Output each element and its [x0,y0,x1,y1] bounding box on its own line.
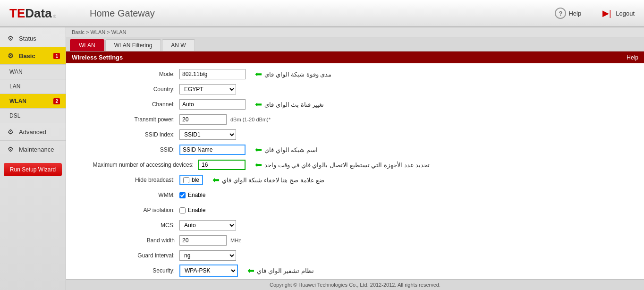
ssid-index-row: SSID index: SSID1 [76,128,635,141]
security-annotation: نظام تشفير الواي فاي [257,267,314,274]
mcs-label: MCS: [76,222,179,229]
help-button[interactable]: ? Help [555,8,581,19]
country-row: Country: EGYPT [76,83,635,95]
sidebar-label-basic: Basic [19,52,35,60]
channel-row: Channel: ⬅ تغيير قناة بث الواي فاي [76,98,635,111]
sidebar-item-dsl[interactable]: DSL [0,109,66,123]
wmm-value: Enable [188,192,205,198]
security-select[interactable]: WPA-PSK WPA2-PSK None [180,265,237,276]
guard-interval-select[interactable]: ng [179,250,236,261]
mode-annotation: مدى وقوة شبكة الواي فاي [264,71,331,78]
wmm-group: Enable [179,192,205,198]
panel: Wireless Settings Help Mode: ⬅ مدى وقوة … [66,51,644,279]
footer-text: Copyright © Huawei Technologies Co., Ltd… [270,282,441,288]
section-title: Wireless Settings [72,54,123,61]
ap-isolation-value: Enable [188,207,205,213]
logout-button[interactable]: ▶| Logout [600,8,635,19]
sidebar-item-advanced[interactable]: ⚙ Advanced [0,123,66,141]
footer: Copyright © Huawei Technologies Co., Ltd… [66,279,644,290]
ap-isolation-label: AP isolation: [76,207,179,213]
mcs-select[interactable]: Auto [179,220,236,230]
logout-label: Logout [616,10,635,17]
hide-broadcast-row: Hide broadcast: ble ⬅ ضع علامة صح هنا لا… [76,174,635,186]
band-width-row: Band width MHz [76,234,635,247]
hide-broadcast-arrow: ⬅ ضع علامة صح هنا لاخفاء شبكة الواي فاي [212,175,324,185]
security-label: Security: [76,267,179,274]
max-devices-arrow: ⬅ تحديد عدد الأجهزة التي تستطيع الاتصال … [255,160,430,170]
band-width-label: Band width [76,237,179,244]
sidebar-label-wan: WAN [9,68,23,75]
logout-icon: ▶| [600,8,613,19]
sidebar-label-advanced: Advanced [19,128,46,136]
channel-group: ⬅ تغيير قناة بث الواي فاي [179,99,324,110]
ssid-group: ⬅ اسم شبكة الواي فاي [179,145,318,155]
security-box: WPA-PSK WPA2-PSK None [179,264,238,277]
tab-wlan-filtering[interactable]: WLAN Filtering [105,39,161,51]
guard-interval-row: Guard interval: ng [76,249,635,262]
sidebar: ⚙ Status ⚙ Basic 1 WAN LAN WLAN 2 DSL ⚙ … [0,27,66,290]
sidebar-label-wlan: WLAN [9,98,26,104]
help-label: Help [568,10,581,17]
max-devices-annotation: تحديد عدد الأجهزة التي تستطيع الاتصال با… [264,162,430,169]
sidebar-label-status: Status [19,35,36,42]
max-devices-label: Maximum number of accessing devices: [76,162,198,168]
ssid-input[interactable] [179,145,246,155]
hide-broadcast-annotation: ضع علامة صح هنا لاخفاء شبكة الواي فاي [222,177,324,184]
sidebar-label-dsl: DSL [9,112,20,119]
max-devices-input[interactable] [198,160,246,170]
hide-broadcast-checkbox[interactable] [183,177,189,183]
sidebar-item-lan[interactable]: LAN [0,79,66,94]
logo-te: TE [9,6,25,21]
ssid-label: SSID: [76,146,179,153]
sidebar-item-maintenance[interactable]: ⚙ Maintenance [0,141,66,158]
ssid-row: SSID: ⬅ اسم شبكة الواي فاي [76,144,635,156]
mode-arrow: ⬅ مدى وقوة شبكة الواي فاي [255,69,331,79]
hide-broadcast-box: ble [179,175,203,185]
channel-label: Channel: [76,101,179,108]
maintenance-icon: ⚙ [6,145,15,154]
sidebar-item-basic[interactable]: ⚙ Basic 1 [0,47,66,65]
mode-row: Mode: ⬅ مدى وقوة شبكة الواي فاي [76,68,635,80]
ssid-index-label: SSID index: [76,131,179,138]
breadcrumb: Basic > WLAN > WLAN [66,27,644,37]
wmm-row: WMM: Enable [76,189,635,201]
ap-isolation-checkbox[interactable] [179,207,186,213]
max-devices-group: ⬅ تحديد عدد الأجهزة التي تستطيع الاتصال … [198,160,430,170]
sidebar-item-status[interactable]: ⚙ Status [0,30,66,47]
channel-input[interactable] [179,99,246,110]
page-title: Home Gateway [76,8,555,19]
country-select[interactable]: EGYPT [179,84,236,94]
transmit-power-unit: dBm (1-20 dBm)* [230,117,271,122]
ssid-index-select[interactable]: SSID1 [179,129,236,140]
help-icon: ? [555,8,566,19]
ssid-annotation: اسم شبكة الواي فاي [264,146,318,154]
sidebar-item-wlan[interactable]: WLAN 2 [0,94,66,109]
logo-tagline: ® [53,14,57,21]
band-width-input[interactable] [179,235,227,246]
sidebar-item-wan[interactable]: WAN [0,65,66,79]
advanced-icon: ⚙ [6,127,15,136]
basic-badge: 1 [53,53,60,59]
content-area: Basic > WLAN > WLAN WLAN WLAN Filtering … [66,27,644,290]
transmit-power-row: Transmit power: dBm (1-20 dBm)* [76,113,635,126]
logo-area: TE Data ® [9,6,76,21]
channel-annotation: تغيير قناة بث الواي فاي [264,101,324,108]
hide-broadcast-group: ble ⬅ ضع علامة صح هنا لاخفاء شبكة الواي … [179,175,324,185]
header-right: ? Help ▶| Logout [555,8,635,19]
tab-wlan[interactable]: WLAN [70,39,104,51]
mode-label: Mode: [76,71,179,77]
hide-broadcast-enable: ble [192,177,199,183]
wmm-checkbox[interactable] [179,192,186,198]
tab-an-w[interactable]: AN W [162,39,195,51]
sidebar-label-maintenance: Maintenance [19,146,54,153]
header: TE Data ® Home Gateway ? Help ▶| Logout [0,0,644,27]
ssid-arrow: ⬅ اسم شبكة الواي فاي [255,145,318,155]
country-label: Country: [76,86,179,93]
run-wizard-button[interactable]: Run Setup Wizard [4,163,62,176]
tab-bar: WLAN WLAN Filtering AN W [66,37,644,51]
channel-arrow: ⬅ تغيير قناة بث الواي فاي [255,99,324,110]
ap-isolation-row: AP isolation: Enable [76,204,635,216]
transmit-power-input[interactable] [179,114,227,125]
status-icon: ⚙ [6,34,15,43]
mode-input[interactable] [179,69,246,79]
